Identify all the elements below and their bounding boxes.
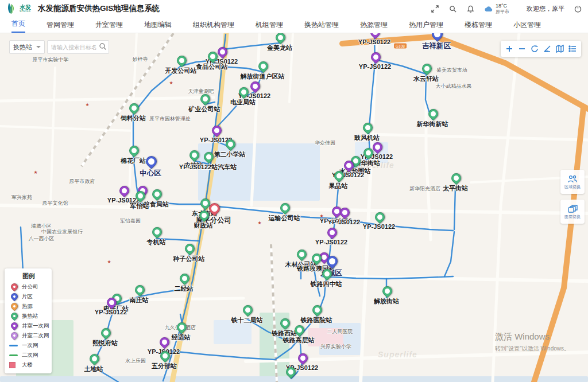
legend-pin-icon [9, 293, 18, 301]
nav-tabs: 首页管网管理井室管理地图编辑组织机构管理机组管理换热站管理热源管理热用户管理楼栋… [0, 17, 588, 33]
weather-widget: 18°C 原平市 [484, 3, 509, 14]
poi-star-icon: ★ [169, 80, 173, 85]
basemap-label: 水上乐园 [125, 357, 146, 365]
reset-view-button[interactable] [528, 42, 541, 55]
nav-tab-1[interactable]: 首页 [11, 17, 25, 33]
search-category-select[interactable]: 换热站 [9, 40, 45, 54]
legend-item-4: 换热站 [9, 311, 48, 321]
weather-temp: 18°C [496, 3, 509, 9]
basemap-label: 天津童涮吧 [188, 88, 214, 95]
logout-icon[interactable] [574, 5, 582, 13]
map-marker-label: 二经站 [175, 284, 194, 293]
legend-item-label: 井室一次网 [22, 322, 49, 330]
nav-tab-4[interactable]: 地图编辑 [144, 18, 172, 33]
search-icon[interactable] [448, 5, 457, 13]
bell-icon[interactable] [466, 5, 475, 13]
logo-subtext: SHUIFA [20, 10, 31, 13]
legend-item-label: 换热站 [22, 313, 38, 320]
map-marker-label: 食品公司站 [196, 63, 228, 71]
legend-pin-icon [9, 332, 18, 340]
map-brand-watermark: Superlife [378, 350, 417, 359]
legend-list-button[interactable] [566, 42, 579, 55]
basemap-label: 二人民医院 [327, 328, 353, 336]
map-marker-label: 开发公司站 [165, 67, 197, 75]
map-marker-label: 军怡站 [130, 202, 149, 211]
poi-star-icon: ★ [33, 170, 37, 175]
layer-switch-label: 图层切换 [564, 214, 581, 220]
map-marker-label: 新华街新站 [417, 120, 448, 128]
nav-tab-2[interactable]: 管网管理 [47, 18, 74, 33]
map-search-bar: 换热站 [9, 40, 109, 54]
map-toolbar [501, 41, 581, 57]
legend-building-icon [9, 361, 18, 369]
map-marker-label: 金美龙站 [267, 44, 292, 52]
activation-line1: 激活 Windows [495, 332, 570, 342]
legend-item-label: 一次网 [22, 342, 38, 349]
legend-item-8: 二次网 [9, 350, 48, 360]
chevron-down-icon [36, 46, 41, 48]
overview-map-button[interactable] [554, 42, 566, 55]
map-marker-label: YP-JS0122 [359, 63, 391, 70]
map-marker-label: 果品站 [329, 182, 348, 190]
basemap-label: 新华阳光酒店 [409, 185, 440, 193]
team-icon [567, 174, 578, 184]
legend-pin-icon [9, 283, 18, 291]
map-marker-label: 水云轩站 [413, 75, 439, 83]
map-canvas[interactable]: 换热站 [0, 33, 588, 382]
nav-tab-5[interactable]: 组织机构管理 [193, 18, 234, 33]
legend-pin-icon [9, 312, 18, 321]
nav-tab-9[interactable]: 热用户管理 [409, 18, 443, 33]
cloud-icon [484, 5, 493, 12]
basemap-label: 华众佳园 [315, 139, 335, 147]
nav-tab-10[interactable]: 楼栋管理 [465, 18, 492, 33]
map-marker-label: 饲料分站 [121, 114, 146, 123]
map-marker-label: YP-JS0122站汽车站 [179, 163, 237, 171]
nav-tab-3[interactable]: 井室管理 [95, 18, 123, 33]
welcome-text: 欢迎您，原平 [527, 5, 564, 13]
region-switch-button[interactable]: 区域切换 [560, 170, 585, 194]
search-magnifier-icon[interactable] [99, 42, 107, 53]
legend-item-label: 热源 [22, 303, 33, 310]
fullscreen-icon[interactable] [431, 5, 439, 13]
basemap-label: 盛美农贸市场 [436, 67, 467, 74]
map-marker-label: 铁路高层站 [283, 336, 315, 345]
logo: 水发 SHUIFA [6, 2, 31, 15]
map-marker-label: 第二小学站 [214, 150, 246, 159]
app-header: 水发 SHUIFA 水发能源盾安供热GIS地理信息系统 [0, 0, 588, 17]
map-marker-label: 解放街道户区站 [241, 72, 285, 81]
map-marker-label: YP-JS0122 [358, 38, 390, 45]
layer-switch-button[interactable]: 图层切换 [560, 200, 585, 224]
measure-button[interactable] [541, 42, 554, 55]
poi-star-icon: ★ [257, 220, 261, 225]
app-window: 水发 SHUIFA 水发能源盾安供热GIS地理信息系统 [0, 0, 588, 382]
legend-line-icon [9, 351, 18, 360]
map-marker-label: 财政站 [194, 221, 213, 230]
zoom-out-button[interactable] [516, 42, 528, 55]
basemap-label: 原平文化馆 [42, 200, 68, 207]
map-marker-label: 土地站 [84, 365, 103, 373]
activation-line2: 转到“设置”以激活 Windows。 [495, 345, 570, 353]
nav-tab-7[interactable]: 换热站管理 [304, 18, 339, 33]
map-marker-label: 铁路医院站 [301, 316, 332, 325]
basemap-label: 中国农业发展银行 [41, 228, 83, 236]
nav-tab-6[interactable]: 机组管理 [256, 18, 283, 33]
legend-item-label: 二次网 [22, 352, 38, 359]
zoom-in-button[interactable] [503, 42, 516, 55]
legend-line-icon [9, 341, 18, 350]
map-marker-label: YP-JS0122 [363, 223, 395, 230]
legend-item-7: 一次网 [9, 341, 48, 350]
map-marker-label: 解放街站 [374, 297, 399, 306]
legend-title: 图例 [9, 272, 48, 280]
basemap-label: 大小武精品水果 [436, 83, 472, 90]
nav-tab-8[interactable]: 热源管理 [360, 18, 388, 33]
map-marker-label: 熙悦府站 [92, 339, 118, 348]
map-marker-label: 运输公司站 [269, 214, 300, 223]
legend-item-2: 片区 [9, 292, 48, 302]
legend-item-label: 片区 [22, 293, 33, 301]
legend-item-label: 井室二次网 [22, 332, 49, 340]
map-marker-label: 太平街站 [443, 184, 468, 193]
map-marker-label: 鼓风机站 [354, 134, 380, 142]
nav-tab-11[interactable]: 小区管理 [513, 18, 541, 33]
map-marker-label: 中心区 [140, 169, 161, 178]
basemap-label: 兴原实验小学 [320, 343, 351, 350]
